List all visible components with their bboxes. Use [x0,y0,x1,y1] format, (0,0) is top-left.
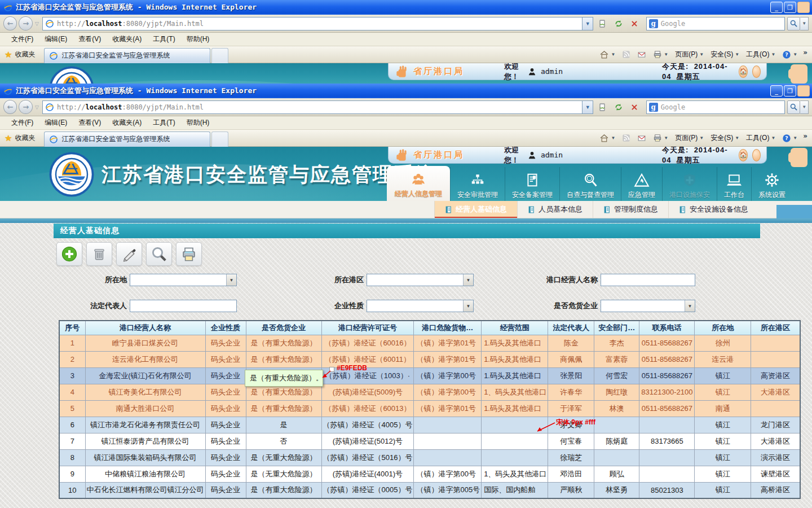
help-menu[interactable]: ?▼ [780,49,800,60]
menu-item[interactable]: 文件(F) [6,116,39,129]
new-tab-button[interactable] [211,132,228,147]
url-input[interactable]: http://localhost:8080/yjpt/Main.html [42,17,582,30]
history-dropdown-icon[interactable]: ▽ [35,104,39,110]
favorites-button[interactable]: ★ 收藏夹 [3,50,39,60]
rss-button[interactable] [620,49,633,60]
read-mail-button[interactable] [635,50,648,60]
nav-item-magnifier[interactable]: 自查与督查管理 [559,167,621,201]
table-row[interactable]: 7镇江恒泰沥青产品有限公司码头企业否(苏镇)港经证(5012)号何宝春陈炳庭83… [59,433,800,449]
table-row[interactable]: 1睢宁县港口煤炭公司码头企业是（有重大危险源）（苏镇）港经证（60016）（镇）… [59,335,800,351]
rss-button[interactable] [620,133,633,143]
print-button[interactable]: ▼ [651,133,670,143]
menu-item[interactable]: 收藏夹(A) [107,116,147,129]
search-go-button[interactable] [787,100,801,114]
close-button[interactable] [797,2,810,13]
search-go-button[interactable] [787,17,801,30]
restore-button[interactable]: ❐ [784,2,796,13]
menu-item[interactable]: 查看(V) [73,33,107,46]
back-button[interactable]: ← [3,16,17,30]
overflow-chevron[interactable]: » [803,49,807,56]
safety-menu[interactable]: 安全(S)▼ [708,49,742,60]
table-row[interactable]: 3金海宏业(镇江)石化有限公司码头企业是（有重大危险源）（苏镇）港经证（1003… [59,367,800,384]
search-options-button[interactable]: ▼ [800,100,809,114]
logout-icon[interactable] [752,65,761,78]
menu-item[interactable]: 编辑(E) [39,116,73,129]
table-row[interactable]: 2连云港化工有限公司码头企业是（有重大危险源）（苏镇）港经证（60011）（镇）… [59,351,800,367]
url-dropdown-button[interactable]: ▼ [582,17,594,30]
table-row[interactable]: 8镇江港国际集装箱码头有限公司码头企业是（无重大危险源）（苏镇）港经证（5016… [59,449,800,466]
home-shortcut-icon[interactable]: 🏠 [739,65,748,78]
search-input[interactable]: g Google [646,17,785,30]
refresh-button[interactable] [611,100,625,114]
page-menu[interactable]: 页面(P)▼ [673,132,706,144]
tools-menu[interactable]: 工具(O)▼ [744,49,778,60]
edit-button[interactable] [116,242,142,266]
history-dropdown-icon[interactable]: ▽ [35,21,39,27]
title-bar[interactable]: 江苏省港口安全监管与应急管理系统 - Windows Internet Expl… [0,0,812,15]
nav-item-shield[interactable]: 港口设施保安 [662,167,717,201]
title-bar[interactable]: 江苏省港口安全监管与应急管理系统 - Windows Internet Expl… [0,84,812,98]
nav-item-doc[interactable]: 安全备案管理 [505,167,559,201]
close-button[interactable] [797,85,810,97]
stop-button[interactable] [627,100,641,114]
forward-button[interactable]: → [19,16,32,30]
port-area-select[interactable]: ▼ [367,274,474,286]
help-menu[interactable]: ?▼ [780,133,800,144]
read-mail-button[interactable] [635,133,648,143]
forward-button[interactable]: → [19,100,32,114]
menu-item[interactable]: 收藏夹(A) [107,33,147,46]
search-input[interactable]: g Google [646,100,785,114]
menu-item[interactable]: 文件(F) [6,33,39,46]
minimize-button[interactable]: _ [770,2,783,13]
table-row[interactable]: 4镇江奇美化工有限公司码头企业是（有重大危险源）(苏镇)港经证(5009)号（镇… [59,384,800,400]
home-shortcut-icon[interactable]: 🏠 [739,149,748,161]
table-row[interactable]: 6镇江市港龙石化港务有限责任公司码头企业是（苏镇）港经证（4005）号茅文卿镇江… [59,417,800,433]
restore-button[interactable]: ❐ [784,85,796,97]
tools-menu[interactable]: 工具(O)▼ [744,132,778,144]
print-button[interactable] [176,242,202,266]
subnav-tab[interactable]: 经营人基础信息 [434,201,517,218]
page-menu[interactable]: 页面(P)▼ [673,49,706,60]
url-input[interactable]: http://localhost:8080/yjpt/Main.html [42,100,582,114]
subnav-tab[interactable]: 安全设施设备信息 [668,201,758,218]
browser-tab[interactable]: 江苏省港口安全监管与应急管理系统 [44,132,210,147]
search-options-button[interactable]: ▼ [800,17,809,30]
url-dropdown-button[interactable]: ▼ [582,100,594,114]
home-button[interactable]: ▼ [597,49,617,60]
compatibility-view-button[interactable] [595,17,609,30]
menu-item[interactable]: 查看(V) [73,116,107,129]
dangerous-select[interactable]: ▼ [601,300,695,312]
overflow-chevron[interactable]: » [803,132,807,140]
nav-item-gear[interactable]: 系统设置 [751,167,792,201]
table-row[interactable]: 9中储粮镇江粮油有限公司码头企业是（无重大危险源）(苏镇)港经证(4001)号（… [59,466,800,482]
subnav-tab[interactable]: 管理制度信息 [593,201,668,218]
nav-item-org[interactable]: 安全审批管理 [450,167,505,201]
subnav-tab[interactable]: 人员基本信息 [517,201,593,218]
legal-rep-input[interactable] [130,300,237,312]
enterprise-type-select[interactable]: ▼ [367,300,474,312]
search-button[interactable] [146,242,172,266]
menu-item[interactable]: 编辑(E) [39,33,73,46]
delete-button[interactable] [86,242,112,266]
menu-item[interactable]: 工具(T) [147,116,180,129]
logout-icon[interactable] [752,149,761,161]
location-select[interactable]: ▼ [130,274,237,286]
favorites-button[interactable]: ★ 收藏夹 [3,133,39,143]
nav-item-people[interactable]: 经营人信息管理 [387,166,450,201]
safety-menu[interactable]: 安全(S)▼ [708,132,742,144]
menu-item[interactable]: 帮助(H) [181,116,215,129]
menu-item[interactable]: 工具(T) [147,33,180,46]
nav-item-alert[interactable]: 应急管理 [621,167,662,201]
operator-name-input[interactable] [601,274,695,286]
add-button[interactable] [56,242,82,266]
new-tab-button[interactable] [211,48,228,63]
compatibility-view-button[interactable] [595,100,609,114]
refresh-button[interactable] [611,17,625,30]
table-row[interactable]: 10中石化长江燃料有限公司镇江分公司码头企业是（有重大危险源）（苏镇）港经证（0… [59,482,800,498]
nav-item-workbench[interactable]: 工作台 [717,167,751,201]
back-button[interactable]: ← [3,100,17,114]
minimize-button[interactable]: _ [770,85,783,97]
menu-item[interactable]: 帮助(H) [181,33,215,46]
browser-tab[interactable]: 江苏省港口安全监管与应急管理系统 [44,48,210,63]
print-button[interactable]: ▼ [651,49,670,60]
